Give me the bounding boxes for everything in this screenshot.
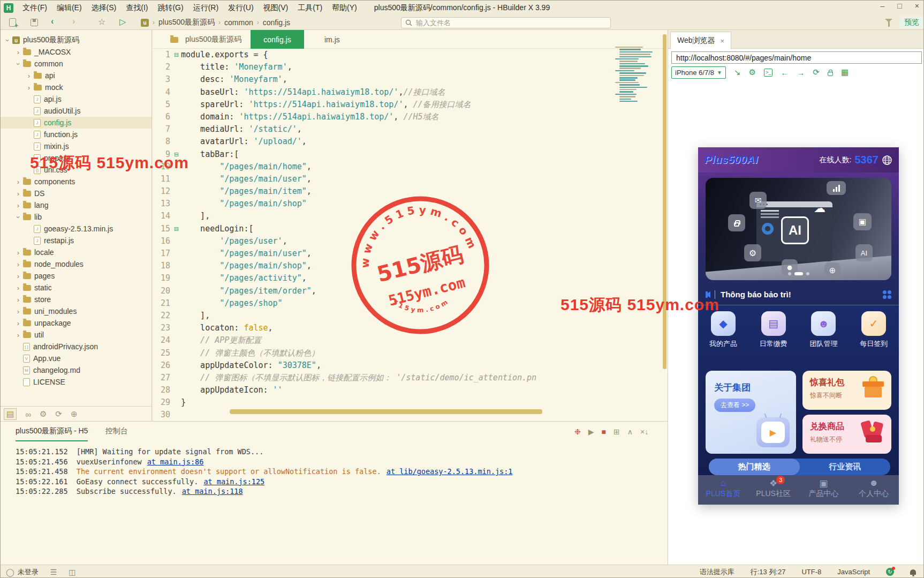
code-line[interactable]: 8 avatarUrl: '/upload/', xyxy=(153,137,660,149)
tree-item-lib[interactable]: ›lib xyxy=(1,211,152,223)
gear-icon[interactable]: ⚙ xyxy=(749,67,756,77)
chevron-icon[interactable]: › xyxy=(14,190,22,198)
menu-item[interactable]: 文件(F) xyxy=(18,3,52,13)
tree-item-api.js[interactable]: Japi.js xyxy=(1,93,152,105)
collapse-icon[interactable]: ∧ xyxy=(627,427,633,436)
browser-tab[interactable]: Web浏览器 × xyxy=(670,32,731,49)
tree-item-App.vue[interactable]: VApp.vue xyxy=(1,352,152,364)
about-group-card[interactable]: 关于集团 去查看 >> ▶ xyxy=(706,371,796,454)
back-button[interactable]: ‹ xyxy=(51,17,54,26)
cursor-position[interactable]: 行:13 列:27 xyxy=(751,567,786,577)
menu-item[interactable]: 选择(S) xyxy=(87,3,122,13)
file-search-box[interactable]: 输入文件名 xyxy=(401,17,611,28)
debug-icon[interactable]: ❉ xyxy=(574,427,581,436)
code-line[interactable]: 29} xyxy=(153,397,660,410)
tree-item-node_modules[interactable]: ›node_modules xyxy=(1,258,152,270)
tree-item-config.js[interactable]: Jconfig.js xyxy=(1,117,152,129)
carousel-dots[interactable] xyxy=(706,272,891,275)
minimize-button[interactable]: – xyxy=(881,2,885,10)
surprise-gift-card[interactable]: 惊喜礼包 惊喜不间断 xyxy=(802,371,891,410)
menu-item[interactable]: 跳转(G) xyxy=(153,3,188,13)
project-tab[interactable]: plus500最新源码 xyxy=(169,35,241,44)
tree-item-restapi.js[interactable]: Jrestapi.js xyxy=(1,235,152,246)
tree-item-pages[interactable]: ›pages xyxy=(1,270,152,282)
code-line[interactable]: 2 title: 'Moneyfarm', xyxy=(153,62,660,74)
language-mode[interactable]: JavaScript xyxy=(837,568,870,576)
breadcrumb-item[interactable]: plus500最新源码 xyxy=(158,18,215,27)
url-bar[interactable]: http://localhost:8080/#/pages/main/home xyxy=(671,51,922,64)
chevron-icon[interactable]: › xyxy=(25,72,33,80)
lock-icon[interactable] xyxy=(828,72,833,76)
network-icon[interactable]: ⊕ xyxy=(71,409,78,419)
quick-item-1[interactable]: ◆我的产品 xyxy=(698,311,748,349)
pop-out-icon[interactable]: ↘ xyxy=(734,67,741,77)
tree-item-locale[interactable]: ›locale xyxy=(1,246,152,258)
forward-button[interactable]: › xyxy=(72,17,75,26)
breadcrumb-item[interactable]: config.js xyxy=(263,18,290,27)
tab-im-js[interactable]: im.js xyxy=(315,30,350,49)
menu-item[interactable]: 视图(V) xyxy=(259,3,293,13)
globe-icon[interactable] xyxy=(882,155,892,166)
chevron-icon[interactable]: › xyxy=(14,260,22,268)
code-line[interactable]: 7 mediaUrl: '/static/', xyxy=(153,124,660,137)
chevron-icon[interactable]: › xyxy=(14,319,22,327)
fold-icon[interactable]: ⊟ xyxy=(172,224,181,236)
save-button[interactable] xyxy=(31,19,38,26)
nav-item-个人中心[interactable]: ☻个人中心 xyxy=(849,475,899,505)
console-icon[interactable]: >_ xyxy=(764,69,772,77)
banner-carousel[interactable]: AI ✉ ⚙ ☁ ▣ AI ☻ ⊕ xyxy=(706,178,891,280)
chevron-icon[interactable]: › xyxy=(14,272,22,280)
refresh-icon[interactable]: ⟳ xyxy=(55,409,62,419)
login-status[interactable]: ◯未登录 xyxy=(6,567,39,577)
console-tab-console[interactable]: 控制台 xyxy=(105,426,128,440)
tree-item-LICENSE[interactable]: LICENSE xyxy=(1,376,152,388)
content-tab-热门精选[interactable]: 热门精选 xyxy=(709,459,800,475)
code-line[interactable]: 3 desc: 'Moneyfarm', xyxy=(153,74,660,87)
minimap[interactable] xyxy=(615,46,660,102)
menu-item[interactable]: 发行(U) xyxy=(223,3,258,13)
back-icon[interactable]: ← xyxy=(781,68,789,77)
chevron-icon[interactable]: › xyxy=(14,213,22,221)
binoculars-icon[interactable]: ∞ xyxy=(25,410,31,419)
tree-item-mixin.js[interactable]: Jmixin.js xyxy=(1,140,152,152)
tree-item-unpackage[interactable]: ›unpackage xyxy=(1,317,152,329)
tree-item-changelog.md[interactable]: Mchangelog.md xyxy=(1,364,152,376)
qr-icon[interactable]: ▦ xyxy=(841,67,849,77)
bell-icon[interactable] xyxy=(910,569,916,575)
quick-item-4[interactable]: ✓每日签到 xyxy=(849,311,899,349)
grid-dots-icon[interactable] xyxy=(883,290,891,299)
chevron-icon[interactable]: › xyxy=(14,178,22,186)
files-view-icon[interactable]: ▤ xyxy=(4,408,17,420)
close-button[interactable]: × xyxy=(915,2,919,10)
forward-icon[interactable]: → xyxy=(797,68,805,77)
tree-item-androidPrivacy.json[interactable]: [ ]androidPrivacy.json xyxy=(1,341,152,352)
split-view-icon[interactable]: ◫ xyxy=(69,568,75,576)
syntax-hint-lib[interactable]: 语法提示库 xyxy=(700,567,734,577)
nav-item-PLUS首页[interactable]: ⌂PLUS首页 xyxy=(698,475,748,505)
quick-item-2[interactable]: ▤日常缴费 xyxy=(748,311,799,349)
go-view-button[interactable]: 去查看 >> xyxy=(714,399,755,412)
run-button[interactable]: ▷ xyxy=(119,17,126,27)
new-file-button[interactable] xyxy=(9,18,16,27)
log-source-link[interactable]: at main.js:118 xyxy=(182,487,243,496)
code-line[interactable]: 1⊟module.exports = { xyxy=(153,50,660,62)
content-tab-行业资讯[interactable]: 行业资讯 xyxy=(800,459,891,475)
tree-item-audioUtil.js[interactable]: JaudioUtil.js xyxy=(1,105,152,117)
device-select[interactable]: iPhone 6/7/8 ▼ xyxy=(671,66,726,79)
log-source-link[interactable]: at lib/goeasy-2.5.13.min.js:1 xyxy=(387,467,513,476)
update-icon[interactable]: ↻ xyxy=(886,568,894,576)
tree-item-function.js[interactable]: Jfunction.js xyxy=(1,129,152,140)
menu-item[interactable]: 运行(R) xyxy=(188,3,223,13)
close-tab-icon[interactable]: × xyxy=(721,37,725,45)
notice-bar[interactable]: Thông báo bảo trì! xyxy=(698,284,899,305)
maximize-button[interactable]: □ xyxy=(897,2,902,10)
chevron-icon[interactable]: › xyxy=(25,84,33,92)
breadcrumb-item[interactable]: common xyxy=(224,18,253,27)
chevron-icon[interactable]: › xyxy=(14,307,22,316)
code-line[interactable]: 26 appUpdateColor: "30378E", xyxy=(153,361,660,373)
log-source-link[interactable]: at main.js:125 xyxy=(203,477,264,486)
code-line[interactable]: 9⊟ tabBar:[ xyxy=(153,149,660,162)
fold-icon[interactable]: ⊟ xyxy=(172,50,181,62)
star-button[interactable]: ☆ xyxy=(98,17,105,27)
tab-config-js[interactable]: config.js xyxy=(251,30,304,49)
